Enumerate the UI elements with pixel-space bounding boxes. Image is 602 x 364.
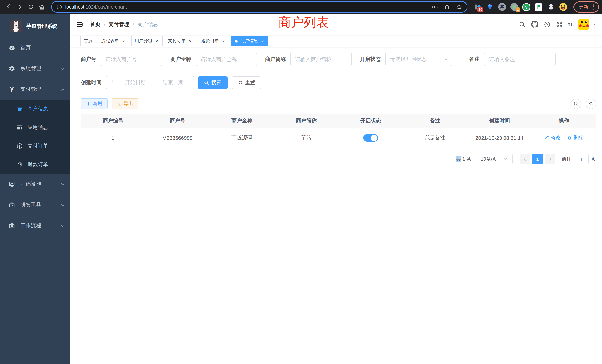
close-icon[interactable]: × <box>188 38 193 43</box>
search-button[interactable]: 搜索 <box>198 76 228 89</box>
page-1-button[interactable]: 1 <box>532 154 543 164</box>
sidebar-fold-icon[interactable] <box>76 21 83 28</box>
breadcrumb-current: 商户信息 <box>138 21 158 28</box>
tab-merchant-info[interactable]: 商户信息× <box>231 36 268 46</box>
tab-refund-order[interactable]: 退款订单× <box>198 36 229 46</box>
url-path: :1024/pay/merchant <box>84 4 127 10</box>
address-bar-actions <box>431 3 462 10</box>
tab-home[interactable]: 首页 <box>80 36 96 46</box>
search-icon[interactable] <box>519 21 526 28</box>
url-text: localhost:1024/pay/merchant <box>65 4 127 10</box>
col-actions: 操作 <box>532 114 596 128</box>
fullscreen-icon[interactable] <box>556 21 563 28</box>
short-name-input[interactable] <box>290 53 352 66</box>
status-select[interactable]: 请选择开启状态 <box>385 53 452 66</box>
sidebar-item-system[interactable]: 系统管理 <box>0 58 70 79</box>
extension-emoji-icon[interactable] <box>559 3 567 11</box>
extension-y-icon[interactable]: y <box>522 3 530 11</box>
toolbar-right <box>571 99 596 109</box>
browser-forward-button[interactable] <box>14 1 25 12</box>
filter-create-time: 创建时间 开始日期 - 结束日期 <box>81 76 194 89</box>
sidebar-item-app-info[interactable]: 应用信息 <box>0 118 70 137</box>
browser-reload-button[interactable] <box>25 1 36 12</box>
key-icon[interactable] <box>431 3 438 10</box>
toolbox-icon <box>8 201 16 209</box>
browser-home-button[interactable] <box>36 1 47 12</box>
font-size-icon[interactable]: tT <box>568 21 573 27</box>
bookmark-star-icon[interactable] <box>456 4 462 10</box>
site-info-icon[interactable] <box>56 4 62 10</box>
chevron-down-icon <box>60 182 65 187</box>
export-button[interactable]: 导出 <box>112 98 138 109</box>
browser-back-button[interactable] <box>3 1 14 12</box>
sidebar-item-refund-order[interactable]: 退款订单 <box>0 155 70 174</box>
extension-gem-icon[interactable] <box>486 3 494 11</box>
remark-input[interactable] <box>484 53 556 66</box>
show-search-button[interactable] <box>571 99 581 109</box>
browser-toolbar: localhost:1024/pay/merchant 10 ⌘ 1 y <box>0 0 602 14</box>
tags-view-bar: 首页 流程表单× 用户分组× 支付订单× 退款订单× 商户信息× <box>70 35 602 47</box>
refresh-table-button[interactable] <box>586 99 596 109</box>
sidebar-item-merchant-info[interactable]: 商户信息 <box>0 100 70 118</box>
prev-page-button[interactable] <box>520 154 530 164</box>
extension-tag-manager-icon[interactable]: 10 <box>473 3 482 11</box>
github-icon[interactable] <box>531 21 538 28</box>
page-suffix: 页 <box>591 156 596 162</box>
navbar-actions: tT <box>519 19 597 30</box>
date-range-picker[interactable]: 开始日期 - 结束日期 <box>106 76 194 89</box>
help-icon[interactable] <box>544 21 550 28</box>
total-suffix: 条 <box>466 156 471 162</box>
tab-pay-order[interactable]: 支付订单× <box>165 36 196 46</box>
status-toggle[interactable] <box>363 134 378 142</box>
goto-page-input[interactable] <box>574 154 589 164</box>
sidebar-item-payment[interactable]: ¥ 支付管理 <box>0 79 70 100</box>
tab-process-form[interactable]: 流程表单× <box>98 36 129 46</box>
extension-keep-icon[interactable] <box>535 3 543 11</box>
chevron-down-icon <box>503 157 507 161</box>
extension-command-icon[interactable]: ⌘ <box>498 3 506 11</box>
page-size-select[interactable]: 10条/页 <box>476 154 513 164</box>
pencil-icon <box>545 136 549 140</box>
navbar: 首页 / 支付管理 / 商户信息 商户列表 tT <box>70 14 602 35</box>
short-name-label: 商户简称 <box>265 56 286 63</box>
close-icon[interactable]: × <box>260 38 265 43</box>
extensions-puzzle-icon[interactable] <box>547 3 555 11</box>
sidebar-item-pay-order[interactable]: 支付订单 <box>0 137 70 155</box>
next-page-button[interactable] <box>545 154 555 164</box>
close-icon[interactable]: × <box>121 38 126 43</box>
sidebar-item-workflow[interactable]: 工作流程 <box>0 215 70 236</box>
col-status: 开启状态 <box>338 114 403 128</box>
edit-link[interactable]: 修改 <box>545 135 560 141</box>
avatar[interactable] <box>578 19 589 30</box>
cell-full-name: 芋道源码 <box>210 128 274 148</box>
share-icon[interactable] <box>444 4 450 10</box>
chevron-down-icon <box>60 203 65 207</box>
breadcrumb-payment[interactable]: 支付管理 <box>109 21 129 28</box>
full-name-input[interactable] <box>196 53 257 66</box>
briefcase-icon <box>8 222 16 230</box>
add-button[interactable]: 新增 <box>81 98 108 109</box>
close-icon[interactable]: × <box>221 38 226 43</box>
sidebar-item-home[interactable]: 首页 <box>0 37 70 58</box>
merchant-no-label: 商户号 <box>81 56 96 63</box>
sidebar-item-infrastructure[interactable]: 基础设施 <box>0 174 70 195</box>
browser-update-button[interactable]: 更新 <box>573 1 599 12</box>
tab-user-group[interactable]: 用户分组× <box>131 36 163 46</box>
breadcrumb: 首页 / 支付管理 / 商户信息 <box>90 21 158 28</box>
full-name-label: 商户全称 <box>171 56 191 63</box>
extension-notify-icon[interactable]: 1 <box>510 3 518 11</box>
merchant-no-input[interactable] <box>101 53 162 66</box>
delete-link[interactable]: 删除 <box>567 135 583 141</box>
sidebar-item-dev-tools[interactable]: 研发工具 <box>0 195 70 215</box>
status-label: 开启状态 <box>360 56 381 63</box>
address-bar[interactable]: localhost:1024/pay/merchant <box>51 1 467 13</box>
col-remark: 备注 <box>403 114 467 128</box>
app-logo[interactable]: 芋道管理系统 <box>0 14 70 36</box>
breadcrumb-home[interactable]: 首页 <box>90 21 100 28</box>
close-icon[interactable]: × <box>154 38 159 43</box>
update-label: 更新 <box>579 3 588 10</box>
date-separator: - <box>152 80 156 86</box>
avatar-caret-icon[interactable] <box>593 22 597 26</box>
reset-button[interactable]: 重置 <box>232 76 261 89</box>
browser-menu-icon[interactable] <box>593 4 594 10</box>
